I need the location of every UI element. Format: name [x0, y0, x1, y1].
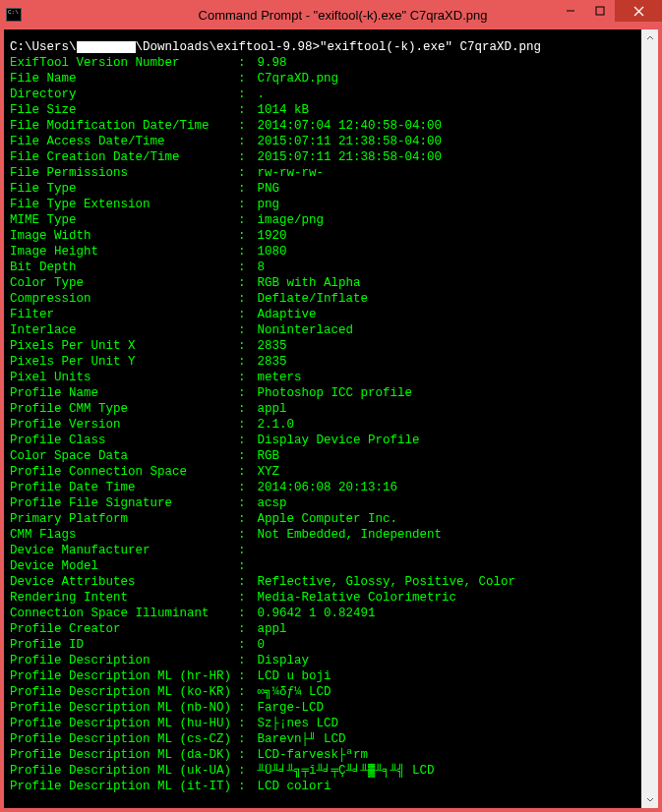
property-value: 2014:06:08 20:13:16 — [250, 481, 397, 494]
vertical-scrollbar[interactable] — [641, 29, 658, 808]
output-row: Pixels Per Unit Y: 2835 — [10, 354, 635, 370]
client-area: C:\Users\\Downloads\exiftool-9.98>"exift… — [0, 29, 662, 812]
svg-rect-1 — [596, 7, 604, 15]
output-row: Color Type: RGB with Alpha — [10, 275, 635, 291]
scroll-down-button[interactable] — [641, 791, 658, 808]
property-value: appl — [250, 622, 287, 636]
maximize-icon — [595, 6, 605, 16]
property-value: Apple Computer Inc. — [250, 512, 397, 526]
property-key: Rendering Intent — [10, 590, 238, 606]
output-row: Profile Version: 2.1.0 — [10, 417, 635, 433]
output-row: Profile Description ML (da-DK): LCD-farv… — [10, 747, 635, 763]
output-row: Profile Description ML (hu-HU): Sz├¡nes … — [10, 716, 635, 731]
output-row: Profile Connection Space: XYZ — [10, 464, 635, 480]
property-value: PNG — [250, 182, 279, 196]
property-key: File Name — [10, 71, 238, 87]
property-key: Profile Class — [10, 433, 238, 448]
property-value: LCD u boji — [250, 669, 331, 683]
output-row: Profile Description ML (nb-NO): Farge-LC… — [10, 700, 635, 716]
output-row: Device Model: — [10, 558, 635, 574]
output-row: Primary Platform: Apple Computer Inc. — [10, 511, 635, 527]
property-key: Profile Description ML (cs-CZ) — [10, 731, 238, 747]
property-key: Filter — [10, 307, 238, 322]
terminal-output[interactable]: C:\Users\\Downloads\exiftool-9.98>"exift… — [4, 29, 641, 808]
property-value: Not Embedded, Independent — [250, 528, 442, 542]
output-row: Profile Description ML (it-IT): LCD colo… — [10, 779, 635, 794]
output-row: Profile Date Time: 2014:06:08 20:13:16 — [10, 480, 635, 495]
property-value: Media-Relative Colorimetric — [250, 591, 456, 605]
property-key: Directory — [10, 87, 238, 102]
output-row: File Modification Date/Time: 2014:07:04 … — [10, 118, 635, 134]
output-row: Profile Description ML (cs-CZ): Barevn├╜… — [10, 731, 635, 747]
property-key: Device Model — [10, 558, 238, 574]
property-value: 2015:07:11 21:38:58-04:00 — [250, 150, 442, 164]
property-value: 9.98 — [250, 56, 287, 70]
output-row: Pixel Units: meters — [10, 370, 635, 385]
property-key: File Type — [10, 181, 238, 197]
minimize-button[interactable] — [556, 0, 585, 22]
property-value: 2835 — [250, 355, 287, 369]
output-row: Profile Description ML (uk-UA): ╨Ü╨╛╨╗╤î… — [10, 763, 635, 779]
window-controls — [556, 0, 662, 22]
property-key: Profile Description ML (ko-KR) — [10, 684, 238, 700]
scroll-up-button[interactable] — [641, 29, 658, 46]
property-key: File Size — [10, 102, 238, 118]
property-value: Barevn├╜ LCD — [250, 732, 346, 746]
minimize-icon — [566, 6, 575, 16]
command-prompt-window: C:\ Command Prompt - "exiftool(-k).exe" … — [0, 0, 662, 812]
property-key: Pixels Per Unit X — [10, 338, 238, 354]
property-value: png — [250, 198, 279, 211]
output-row: Profile File Signature: acsp — [10, 495, 635, 511]
output-row: Compression: Deflate/Inflate — [10, 291, 635, 307]
property-value: . — [250, 87, 265, 101]
property-key: Profile CMM Type — [10, 401, 238, 417]
property-value: rw-rw-rw- — [250, 166, 324, 180]
redacted-username — [77, 41, 136, 53]
titlebar[interactable]: C:\ Command Prompt - "exiftool(-k).exe" … — [0, 0, 662, 29]
output-row: Interlace: Noninterlaced — [10, 322, 635, 338]
property-key: Profile Description ML (da-DK) — [10, 747, 238, 763]
output-row: File Creation Date/Time: 2015:07:11 21:3… — [10, 149, 635, 165]
property-value: 2.1.0 — [250, 418, 294, 432]
property-key: ExifTool Version Number — [10, 55, 238, 71]
property-value: Deflate/Inflate — [250, 292, 368, 306]
command-line: C:\Users\\Downloads\exiftool-9.98>"exift… — [10, 39, 635, 55]
scroll-track[interactable] — [641, 46, 658, 791]
property-key: Profile Description ML (uk-UA) — [10, 763, 238, 779]
output-row: Pixels Per Unit X: 2835 — [10, 338, 635, 354]
property-key: Profile Description ML (it-IT) — [10, 779, 238, 794]
output-row: Profile Class: Display Device Profile — [10, 433, 635, 448]
maximize-button[interactable] — [585, 0, 615, 22]
chevron-up-icon — [646, 35, 654, 40]
property-value: ∞╗¼δƒ¼ LCD — [250, 685, 331, 699]
property-value: LCD colori — [250, 780, 331, 793]
property-value: appl — [250, 402, 287, 416]
property-key: Connection Space Illuminant — [10, 606, 238, 621]
property-value: 2835 — [250, 339, 287, 353]
property-key: File Type Extension — [10, 197, 238, 212]
app-icon: C:\ — [6, 8, 22, 22]
property-key: Image Width — [10, 228, 238, 244]
output-row: Device Attributes: Reflective, Glossy, P… — [10, 574, 635, 590]
output-row: File Permissions: rw-rw-rw- — [10, 165, 635, 181]
property-value — [250, 559, 258, 573]
property-value: Display Device Profile — [250, 434, 420, 447]
output-row: CMM Flags: Not Embedded, Independent — [10, 527, 635, 543]
property-value: RGB with Alpha — [250, 276, 361, 290]
property-value: 0 — [250, 638, 265, 652]
output-row: Color Space Data: RGB — [10, 448, 635, 464]
property-key: Device Attributes — [10, 574, 238, 590]
property-key: Color Space Data — [10, 448, 238, 464]
property-key: Profile ID — [10, 637, 238, 653]
property-key: Image Height — [10, 244, 238, 260]
property-value: Noninterlaced — [250, 323, 353, 337]
property-key: Compression — [10, 291, 238, 307]
property-key: Color Type — [10, 275, 238, 291]
close-button[interactable] — [615, 0, 662, 22]
property-key: Profile Connection Space — [10, 464, 238, 480]
output-row: Image Height: 1080 — [10, 244, 635, 260]
output-row: Profile Name: Photoshop ICC profile — [10, 385, 635, 401]
property-value: XYZ — [250, 465, 279, 479]
property-key: Profile Description ML (nb-NO) — [10, 700, 238, 716]
output-row: Rendering Intent: Media-Relative Colorim… — [10, 590, 635, 606]
